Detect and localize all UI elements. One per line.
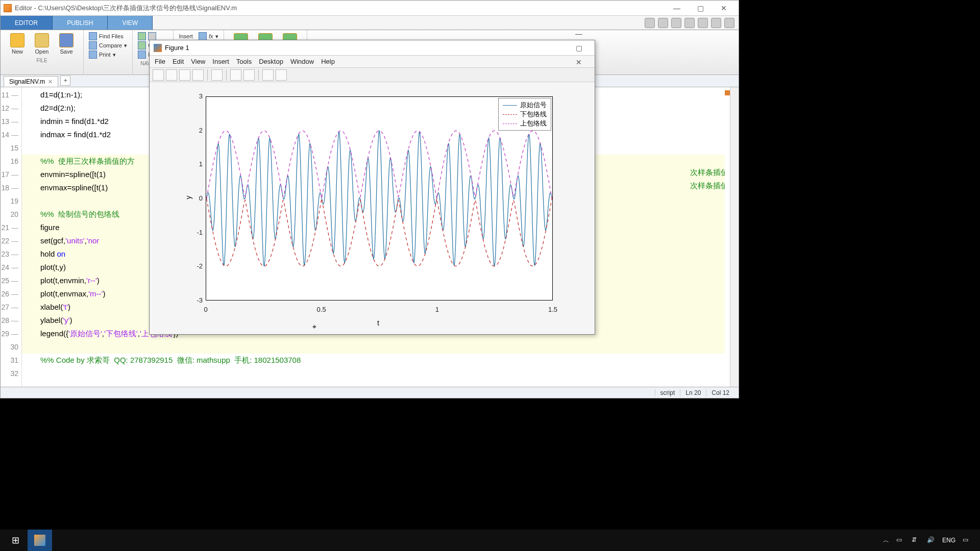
axes[interactable]: 原始信号 下包络线 上包络线 <box>206 96 553 300</box>
y-tick: 3 <box>187 92 203 100</box>
vertical-scrollbar[interactable] <box>730 87 739 387</box>
legend-swatch-signal <box>503 105 517 106</box>
goto-icon <box>138 41 146 49</box>
print-icon <box>89 51 97 59</box>
close-button[interactable]: ✕ <box>712 1 736 15</box>
minimize-button[interactable]: — <box>665 1 689 15</box>
figure-toolbar <box>150 68 595 82</box>
fig-minimize-button[interactable]: — <box>567 27 591 41</box>
ribbon-tabs: EDITOR PUBLISH VIEW <box>1 16 739 30</box>
cut-icon[interactable] <box>658 18 668 28</box>
section-icon <box>199 32 207 40</box>
save-disk-icon <box>59 33 74 47</box>
taskbar: ⊞ ︿ ▭ ⇵ 🔊 ENG ▭ <box>0 530 980 551</box>
fig-menu-desktop[interactable]: Desktop <box>259 58 283 65</box>
link-icon[interactable] <box>211 69 223 81</box>
print-fig-icon[interactable] <box>192 69 204 81</box>
network-icon[interactable]: ⇵ <box>912 536 920 544</box>
figure-title-bar[interactable]: Figure 1 — ▢ ✕ <box>150 40 595 56</box>
y-tick: -3 <box>187 296 203 304</box>
doc-tab-label: SignalENV.m <box>9 78 45 85</box>
group-label-file: FILE <box>36 57 47 63</box>
fig-menu-help[interactable]: Help <box>321 58 335 65</box>
message-strip[interactable] <box>725 87 730 387</box>
fig-close-button[interactable]: ✕ <box>567 55 591 69</box>
maximize-button[interactable]: ▢ <box>689 1 712 15</box>
status-col: Col 12 <box>706 389 734 396</box>
hint-text: 次样条插值 <box>690 168 728 178</box>
arrow-right-icon <box>148 32 156 40</box>
x-tick: 0.5 <box>317 306 326 313</box>
fig-menu-insert[interactable]: Insert <box>212 58 229 65</box>
figure-window[interactable]: Figure 1 — ▢ ✕ FileEditViewInsertToolsDe… <box>149 40 595 335</box>
save-fig-icon[interactable] <box>179 69 190 81</box>
open-icon <box>35 33 49 47</box>
taskbar-matlab[interactable] <box>28 530 52 551</box>
editor-title-bar[interactable]: Editor - C:\Users\QS\Desktop\三次样条插值法求信号的… <box>1 1 739 16</box>
arrow-left-icon <box>138 32 146 40</box>
start-button[interactable]: ⊞ <box>3 530 28 551</box>
compare-button[interactable]: Compare ▾ <box>89 41 127 49</box>
legend-label: 原始信号 <box>520 101 547 110</box>
edit-plot-icon[interactable] <box>276 69 287 81</box>
fig-menu-edit[interactable]: Edit <box>173 58 184 65</box>
save-button[interactable]: Save <box>56 33 77 55</box>
y-tick: 2 <box>187 127 203 134</box>
prefs-icon[interactable] <box>724 18 734 28</box>
hint-text: 次样条插值 <box>690 181 728 191</box>
figure-menu-bar: FileEditViewInsertToolsDesktopWindowHelp <box>150 56 595 68</box>
system-tray: ︿ ▭ ⇵ 🔊 ENG ▭ <box>883 536 977 545</box>
inspector-icon[interactable] <box>243 69 255 81</box>
legend-label: 上包络线 <box>520 119 547 128</box>
fig-menu-view[interactable]: View <box>191 58 205 65</box>
language-indicator[interactable]: ENG <box>942 537 955 544</box>
x-tick: 0 <box>204 306 207 313</box>
help-icon[interactable] <box>711 18 721 28</box>
status-script: script <box>655 389 680 396</box>
undo-icon[interactable] <box>698 18 708 28</box>
find-files-button[interactable]: Find Files <box>89 32 127 40</box>
legend[interactable]: 原始信号 下包络线 上包络线 <box>498 98 551 131</box>
fig-menu-window[interactable]: Window <box>290 58 314 65</box>
legend-label: 下包络线 <box>520 110 547 119</box>
close-tab-icon[interactable]: ✕ <box>48 79 53 85</box>
tray-chevron-up-icon[interactable]: ︿ <box>883 536 889 545</box>
y-tick: -2 <box>187 262 203 270</box>
new-button[interactable]: New <box>7 33 28 55</box>
y-tick: 1 <box>187 160 203 168</box>
fig-menu-file[interactable]: File <box>155 58 165 65</box>
figure-title: Figure 1 <box>165 44 189 52</box>
dock-icon[interactable] <box>230 69 241 81</box>
x-tick: 1.5 <box>548 306 557 313</box>
tab-view[interactable]: VIEW <box>108 16 153 30</box>
nav-back-button[interactable] <box>138 32 168 40</box>
line-gutter: 1112131415161718192021222324252627282930… <box>1 87 22 387</box>
volume-icon[interactable]: 🔊 <box>927 536 935 544</box>
save-icon[interactable] <box>645 18 655 28</box>
notifications-icon[interactable]: ▭ <box>963 536 971 544</box>
insert-button[interactable]: Insert fx ▾ <box>179 32 218 40</box>
open-fig-icon[interactable] <box>166 69 177 81</box>
compare-icon <box>89 41 97 49</box>
pointer-icon[interactable] <box>262 69 274 81</box>
new-icon <box>10 33 24 47</box>
status-line: Ln 20 <box>680 389 706 396</box>
x-tick: 1 <box>435 306 439 313</box>
add-tab-button[interactable]: + <box>60 76 70 86</box>
x-axis-label: t <box>377 319 379 327</box>
copy-icon[interactable] <box>671 18 681 28</box>
status-bar: script Ln 20 Col 12 <box>1 387 739 398</box>
legend-swatch-lower <box>503 114 517 115</box>
print-button[interactable]: Print ▾ <box>89 51 127 59</box>
fig-maximize-button[interactable]: ▢ <box>567 41 591 55</box>
paste-icon[interactable] <box>684 18 695 28</box>
battery-icon[interactable]: ▭ <box>896 536 904 544</box>
warning-marker[interactable] <box>725 90 730 95</box>
fig-menu-tools[interactable]: Tools <box>236 58 252 65</box>
open-button[interactable]: Open <box>31 33 53 55</box>
doc-tab-signalenv[interactable]: SignalENV.m ✕ <box>4 76 58 87</box>
new-fig-icon[interactable] <box>153 69 164 81</box>
tab-publish[interactable]: PUBLISH <box>53 16 108 30</box>
tab-editor[interactable]: EDITOR <box>1 16 53 30</box>
find-files-icon <box>89 32 97 40</box>
